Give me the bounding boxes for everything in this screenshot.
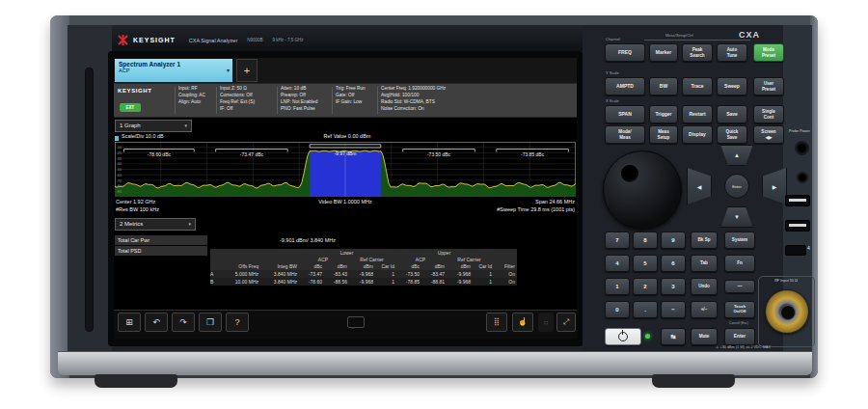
headphone-jack[interactable] (797, 172, 808, 183)
spectrum-plot[interactable]: -10-20-30-40-50-60-70-80-90-78.60 dBc-73… (115, 142, 576, 197)
redo-icon[interactable]: ↷ (172, 313, 195, 332)
key-key[interactable]: − (661, 301, 686, 318)
key-key[interactable]: +/− (691, 301, 718, 318)
key-save[interactable]: Save (717, 105, 747, 123)
status-line: IF Gain: Low (336, 99, 366, 106)
key-bk-sp[interactable]: Bk Sp (691, 232, 718, 249)
key-8[interactable]: 8 (633, 232, 658, 249)
key-user-preset[interactable]: User Preset (753, 77, 784, 95)
key-mode-meas[interactable]: Mode/ Meas (605, 125, 645, 144)
status-line: Atten: 10 dB (281, 86, 317, 93)
key-marker[interactable]: Marker (649, 43, 678, 62)
key-tab[interactable]: Tab (691, 255, 718, 272)
grid-icon[interactable]: ⣿ (486, 313, 507, 332)
arrow-up-icon: ▲ (734, 152, 740, 158)
table-cell: -73.47 (299, 270, 324, 278)
key-5[interactable]: 5 (633, 255, 658, 272)
grid-dim-icon[interactable]: ⣤ (538, 313, 554, 332)
svg-text:-10: -10 (117, 146, 122, 150)
table-column-header: dBm (421, 262, 447, 270)
scale-div-label: Scale/Div 10.0 dB (122, 133, 164, 139)
nav-center-key[interactable]: Enter (724, 174, 749, 199)
key-span[interactable]: SPAN (605, 105, 645, 123)
foot-left (95, 374, 177, 388)
key-key[interactable]: . (633, 301, 658, 318)
svg-text:-30: -30 (117, 157, 122, 161)
rf-input-label: RF Input 50 Ω (759, 279, 813, 284)
add-tab-button[interactable]: + (236, 59, 258, 82)
key-auto-tune[interactable]: Auto Tune (717, 43, 747, 62)
status-line: Align: Auto (178, 99, 205, 106)
key-key[interactable]: — (724, 280, 755, 293)
key-trace[interactable]: Trace (682, 77, 713, 95)
key-1[interactable]: 1 (605, 278, 630, 295)
key-display[interactable]: Display (682, 125, 713, 144)
key-9[interactable]: 9 (661, 232, 686, 249)
rf-input-connector[interactable] (765, 289, 809, 334)
key-bw[interactable]: BW (649, 77, 678, 95)
status-divider (332, 87, 333, 114)
key-peak-search[interactable]: Peak Search (682, 43, 713, 62)
total-carrier-power-value: -9.901 dBm/ 3.840 MHz (210, 235, 336, 245)
status-line: Coupling: AC (178, 93, 205, 99)
key-0[interactable]: 0 (605, 301, 630, 318)
status-line: Gate: Off (336, 93, 366, 99)
enter-key[interactable]: Enter (724, 328, 755, 345)
chevron-down-icon[interactable]: ▾ (227, 67, 230, 73)
probe-power-connector[interactable] (795, 141, 809, 155)
window-icon[interactable]: ❐ (199, 313, 222, 332)
key-amptd[interactable]: AMPTD (605, 77, 645, 95)
usb-port[interactable] (785, 195, 810, 206)
cancel-esc-label: Cancel (Esc) (724, 321, 753, 325)
status-line: Noise Correction: On (381, 106, 446, 113)
usb-port[interactable] (785, 220, 810, 232)
key-fn[interactable]: Fn (724, 255, 755, 272)
key-6[interactable]: 6 (661, 255, 686, 272)
key-trigger[interactable]: Trigger (649, 105, 678, 123)
table-row-label: B (210, 278, 220, 286)
key-restart[interactable]: Restart (682, 105, 713, 123)
rotary-knob[interactable] (603, 150, 682, 230)
key-sweep[interactable]: Sweep (717, 77, 747, 95)
usb-port[interactable] (785, 245, 806, 256)
key-3[interactable]: 3 (661, 278, 686, 295)
arrow-right-icon: ▶ (773, 183, 777, 190)
mute-key[interactable]: Mute (691, 328, 718, 345)
key-4[interactable]: 4 (605, 255, 630, 272)
windows-icon[interactable]: ⊞ (118, 313, 141, 332)
key-undo[interactable]: Undo (691, 278, 718, 295)
graph-selector[interactable]: 1 Graph ▾ (115, 120, 192, 132)
key-quick-save[interactable]: Quick Save (717, 125, 747, 144)
undo-icon[interactable]: ↶ (145, 313, 168, 332)
svg-text:-9.97 dBm: -9.97 dBm (334, 150, 356, 156)
chat-bubble-icon (347, 316, 365, 328)
key-screen[interactable]: Screen ◀▶ (753, 125, 784, 144)
expand-icon[interactable]: ⤢ (556, 313, 576, 332)
table-cell: -9.968 (447, 278, 473, 286)
touch-icon[interactable]: ☝ (512, 313, 533, 332)
key-2[interactable]: 2 (633, 278, 658, 295)
arrow-left-icon: ◀ (697, 183, 702, 190)
table-column-header: dBm (324, 262, 349, 270)
svg-text:-20: -20 (117, 151, 122, 155)
key-freq[interactable]: FREQ (605, 43, 645, 62)
tab-key[interactable]: ↹ (661, 328, 686, 345)
key-single-cont[interactable]: Single Cont (753, 105, 784, 123)
center-freq-annotation: Center 1.92 GHz (116, 199, 155, 204)
tab-spectrum-analyzer[interactable]: Spectrum Analyzer 1 ACP ▾ (115, 59, 232, 82)
brand-product: CXA Signal Analyzer (189, 38, 237, 43)
key-system[interactable]: System (724, 232, 755, 249)
foot-right (652, 374, 735, 388)
help-icon[interactable]: ? (226, 313, 249, 332)
key-7[interactable]: 7 (605, 232, 630, 249)
power-button[interactable] (605, 328, 641, 345)
key-mode-preset[interactable]: Mode Preset (753, 43, 784, 62)
key-touch-on-off[interactable]: Touch On/Off (724, 301, 755, 318)
svg-text:-60: -60 (117, 174, 122, 177)
status-line: Avg|Hold: 100/100 (381, 93, 446, 99)
table-row-label: A (210, 270, 220, 278)
metrics-selector[interactable]: 2 Metrics ▾ (115, 218, 196, 231)
key-meas-setup[interactable]: Meas Setup (649, 125, 678, 144)
table-cell: -88.56 (324, 278, 349, 286)
trace-indicator (115, 136, 119, 141)
